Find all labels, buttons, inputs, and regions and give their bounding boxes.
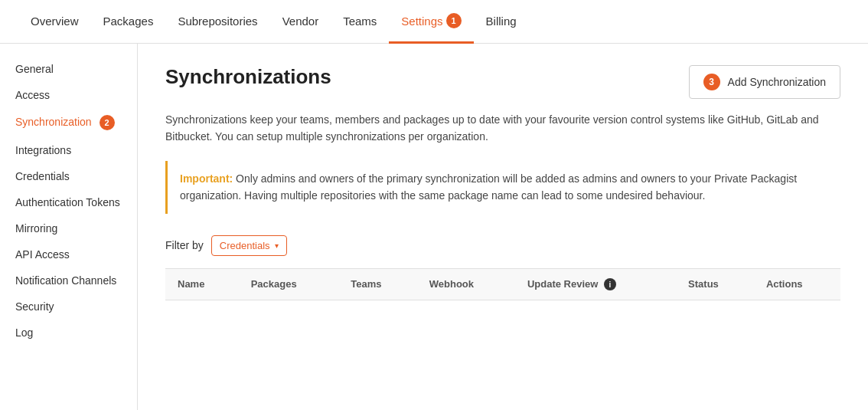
sidebar-item-integrations[interactable]: Integrations [0, 137, 137, 163]
sidebar-item-mirroring[interactable]: Mirroring [0, 215, 137, 241]
nav-vendor[interactable]: Vendor [270, 0, 331, 44]
nav-billing[interactable]: Billing [474, 0, 529, 44]
sidebar-item-general[interactable]: General [0, 56, 137, 82]
top-navigation: Overview Packages Subrepositories Vendor… [0, 0, 868, 44]
credentials-filter-dropdown[interactable]: Credentials ▾ [211, 235, 287, 256]
page-description: Synchronizations keep your teams, member… [165, 111, 840, 146]
nav-packages[interactable]: Packages [91, 0, 166, 44]
add-synchronization-button[interactable]: 3 Add Synchronization [689, 65, 840, 99]
synchronizations-table: Name Packages Teams Webhook Update Revie… [165, 268, 840, 301]
add-button-label: Add Synchronization [728, 76, 826, 88]
col-update-review: Update Review i [515, 268, 676, 300]
col-actions: Actions [754, 268, 840, 300]
notice-body: Only admins and owners of the primary sy… [180, 172, 797, 202]
credentials-filter-label: Credentials [220, 240, 270, 251]
nav-teams[interactable]: Teams [331, 0, 389, 44]
sidebar-item-authentication-tokens[interactable]: Authentication Tokens [0, 189, 137, 215]
filter-label: Filter by [165, 239, 204, 251]
sidebar-item-log[interactable]: Log [0, 320, 137, 346]
col-name: Name [165, 268, 239, 300]
col-status: Status [676, 268, 754, 300]
col-teams: Teams [338, 268, 417, 300]
sidebar-item-security[interactable]: Security [0, 294, 137, 320]
main-content: Synchronizations 3 Add Synchronization S… [138, 44, 868, 410]
important-notice: Important: Only admins and owners of the… [165, 161, 840, 214]
update-review-info-icon[interactable]: i [604, 278, 616, 290]
nav-settings[interactable]: Settings 1 [389, 0, 473, 44]
sidebar-item-access[interactable]: Access [0, 82, 137, 108]
synchronization-badge: 2 [100, 115, 115, 130]
sidebar-item-api-access[interactable]: API Access [0, 241, 137, 267]
col-packages: Packages [239, 268, 339, 300]
add-button-badge: 3 [703, 74, 720, 90]
sidebar: General Access Synchronization 2 Integra… [0, 44, 138, 410]
page-layout: General Access Synchronization 2 Integra… [0, 44, 868, 410]
col-webhook: Webhook [417, 268, 515, 300]
settings-badge: 1 [446, 13, 462, 28]
page-header: Synchronizations 3 Add Synchronization [165, 65, 840, 99]
nav-subrepositories[interactable]: Subrepositories [165, 0, 269, 44]
filter-row: Filter by Credentials ▾ [165, 235, 840, 256]
table-header: Name Packages Teams Webhook Update Revie… [165, 268, 840, 300]
sidebar-item-synchronization[interactable]: Synchronization 2 [0, 108, 137, 137]
notice-label: Important: [180, 172, 233, 185]
chevron-down-icon: ▾ [275, 241, 279, 250]
nav-overview[interactable]: Overview [18, 0, 91, 44]
sidebar-item-credentials[interactable]: Credentials [0, 163, 137, 189]
sidebar-item-notification-channels[interactable]: Notification Channels [0, 267, 137, 294]
page-title: Synchronizations [165, 65, 331, 89]
